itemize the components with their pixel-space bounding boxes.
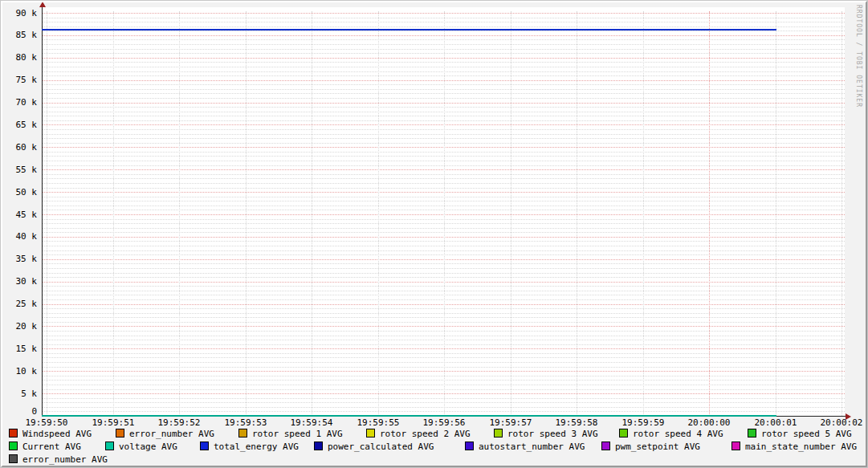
y-tick-label: 85 k: [5, 31, 37, 39]
minor-gridline-h: [42, 299, 845, 300]
legend-swatch: [238, 429, 247, 437]
legend-label: Windspeed AVG: [22, 429, 92, 439]
minor-gridline-h: [42, 89, 845, 90]
minor-gridline-h: [42, 201, 845, 201]
minor-gridline-h: [42, 156, 845, 157]
x-tick-label: 19:59:52: [151, 418, 207, 427]
y-tick-label: 10 k: [5, 367, 37, 376]
x-tick-label: 19:59:54: [283, 418, 340, 427]
minor-gridline-h: [42, 197, 845, 197]
legend-item: error_number AVG: [116, 429, 214, 439]
legend-label: total_energy AVG: [214, 442, 299, 452]
legend-swatch: [9, 429, 18, 437]
minor-gridline-h: [42, 402, 845, 403]
minor-gridline-h: [42, 362, 845, 363]
minor-gridline-h: [42, 411, 845, 412]
minor-gridline-h: [42, 223, 845, 224]
y-tick-label: 30 k: [5, 277, 37, 286]
major-gridline-h: [42, 13, 845, 14]
legend-label: power_calculated AVG: [328, 442, 434, 452]
minor-gridline-h: [42, 18, 845, 18]
minor-gridline-h: [42, 241, 845, 242]
y-tick-label: 40 k: [5, 232, 37, 241]
major-gridline-v: [709, 11, 710, 416]
minor-gridline-h: [42, 44, 845, 45]
minor-gridline-h: [42, 174, 845, 175]
minor-gridline-h: [42, 120, 845, 121]
legend-item: error_number AVG: [9, 454, 108, 465]
x-tick-label: 19:59:50: [18, 418, 75, 427]
minor-gridline-h: [42, 380, 845, 381]
legend-item: voltage AVG: [105, 442, 177, 452]
legend-swatch: [105, 442, 114, 450]
minor-gridline-h: [42, 143, 845, 144]
legend-swatch: [494, 429, 503, 437]
minor-gridline-h: [42, 26, 845, 27]
minor-gridline-v: [47, 11, 47, 416]
major-gridline-h: [42, 237, 845, 238]
minor-gridline-h: [42, 84, 845, 85]
minor-gridline-h: [42, 254, 845, 255]
legend-item: rotor speed 3 AVG: [494, 429, 598, 439]
x-tick-label: 19:59:55: [350, 418, 406, 427]
minor-gridline-h: [42, 210, 845, 210]
x-tick-label: 20:00:02: [813, 418, 868, 427]
major-gridline-h: [42, 80, 845, 81]
x-tick-label: 20:00:01: [748, 418, 804, 427]
minor-gridline-v: [179, 11, 180, 416]
minor-gridline-h: [42, 317, 845, 318]
legend-item: main_state_number AVG: [731, 442, 857, 452]
x-tick-label: 19:59:56: [416, 418, 472, 427]
minor-gridline-v: [113, 11, 114, 416]
minor-gridline-h: [42, 273, 845, 274]
minor-gridline-h: [42, 340, 845, 340]
legend-item: rotor speed 2 AVG: [366, 429, 471, 439]
minor-gridline-h: [42, 39, 845, 40]
rrdtool-watermark: RRDTOOL / TOBI OETIKER: [855, 5, 862, 108]
major-gridline-h: [42, 124, 845, 125]
major-gridline-h: [42, 393, 845, 394]
minor-gridline-h: [42, 331, 845, 332]
minor-gridline-h: [42, 206, 845, 206]
minor-gridline-h: [42, 268, 845, 269]
minor-gridline-h: [42, 407, 845, 408]
minor-gridline-v: [511, 11, 511, 416]
legend-swatch: [601, 442, 610, 450]
legend-swatch: [9, 454, 18, 463]
legend-swatch: [465, 442, 474, 450]
major-gridline-h: [42, 192, 845, 193]
minor-gridline-v: [643, 11, 644, 416]
minor-gridline-v: [842, 11, 842, 416]
major-gridline-h: [42, 169, 845, 170]
x-tick-label: 19:59:59: [615, 418, 671, 427]
legend-label: rotor speed 5 AVG: [761, 429, 852, 439]
minor-gridline-v: [444, 11, 445, 416]
legend-swatch: [200, 442, 209, 450]
legend-label: rotor speed 2 AVG: [380, 429, 471, 439]
x-tick-label: 19:59:58: [548, 418, 605, 427]
minor-gridline-h: [42, 67, 845, 67]
minor-gridline-h: [42, 277, 845, 278]
minor-gridline-h: [42, 75, 845, 76]
legend-item: rotor speed 4 AVG: [619, 429, 723, 439]
legend-label: main_state_number AVG: [745, 442, 857, 452]
y-tick-label: 15 k: [5, 344, 37, 353]
legend-swatch: [619, 429, 628, 437]
minor-gridline-h: [42, 336, 845, 336]
minor-gridline-h: [42, 93, 845, 94]
major-gridline-h: [42, 103, 845, 104]
minor-gridline-h: [42, 219, 845, 220]
minor-gridline-h: [42, 152, 845, 153]
legend-label: rotor speed 1 AVG: [252, 429, 343, 439]
y-tick-label: 75 k: [5, 75, 37, 84]
x-tick-label: 19:59:53: [218, 418, 274, 427]
legend-label: voltage AVG: [119, 442, 177, 452]
y-axis: [42, 6, 43, 417]
minor-gridline-h: [42, 228, 845, 229]
minor-gridline-v: [776, 11, 776, 416]
minor-gridline-h: [42, 107, 845, 108]
minor-gridline-h: [42, 31, 845, 31]
minor-gridline-h: [42, 232, 845, 233]
minor-gridline-h: [42, 183, 845, 184]
minor-gridline-h: [42, 263, 845, 264]
